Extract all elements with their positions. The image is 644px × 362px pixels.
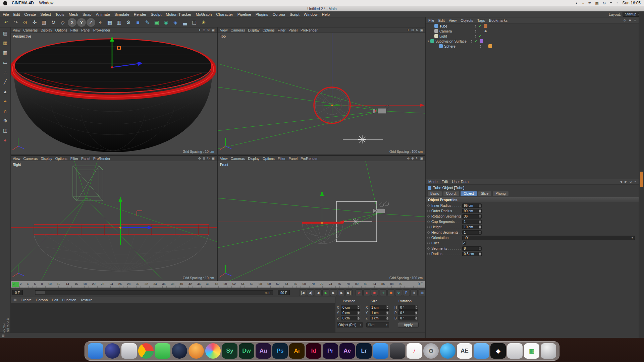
viewport-menu-item[interactable]: Display [248,157,259,161]
object-label[interactable]: Sphere [444,44,478,48]
app-menu-item[interactable]: Motion Tracker [166,12,191,16]
dock-keynote[interactable] [373,343,388,359]
rotation-field[interactable]: 0 ° [398,316,418,320]
app-menu-item[interactable]: MoGraph [196,12,212,16]
coordinate-mode-select[interactable]: Object (Rel) ▾ [337,322,363,327]
viewport-menu-item[interactable]: Cameras [23,157,38,161]
dock-app-black[interactable]: ◆ [490,343,506,359]
play-button[interactable]: ▶ [322,289,329,296]
workplane-mode-button[interactable]: ▭ [1,58,10,67]
app-menu-item[interactable]: Select [40,12,51,16]
camera-object-button[interactable]: ▢ [190,18,199,27]
viewport-menu-item[interactable]: Display [248,28,259,32]
object-manager-menu-item[interactable]: Objects [461,18,473,22]
viewport-menu-item[interactable]: ProRender [301,28,318,32]
live-selection-button[interactable]: ⊙ [21,18,30,27]
attribute-tab[interactable]: Basic [427,191,442,196]
position-field[interactable]: 0 cm [341,305,360,310]
object-row[interactable]: Sphere [426,44,639,49]
object-label[interactable]: Light [439,34,474,38]
record-options-button[interactable]: ◉ [371,289,378,296]
viewport-pan-icon[interactable]: ✛ [198,157,201,160]
dock-app-dark-blue[interactable] [172,343,187,359]
viewport-menu-item[interactable]: Options [55,157,67,161]
render-picture-viewer-button[interactable]: ▥ [115,18,123,27]
key-scale-toggle[interactable]: ▣ [387,289,394,296]
viewport-rotate-icon[interactable]: ↻ [416,28,418,32]
om-search-icon[interactable]: ⊙ [624,18,626,22]
start-frame-field[interactable]: 0 F [12,290,23,295]
viewport-menu-item[interactable]: Display [41,28,52,32]
attribute-value-field[interactable]: 8 [462,246,482,251]
goto-start-button[interactable]: |◀ [299,289,306,296]
attribute-value-field[interactable]: 95 cm [462,203,482,208]
attribute-value-field[interactable]: 10 cm [462,225,482,229]
x-axis-lock-button[interactable]: X [68,18,76,27]
object-manager-menu-item[interactable]: File [428,18,434,22]
viewport-zoom-icon[interactable]: ⊕ [203,28,205,32]
viewport-menu-item[interactable]: Filter [70,28,78,32]
object-label[interactable]: Camera [439,29,474,33]
panel-edge-scrollbar[interactable] [639,11,644,338]
stepper-arrows[interactable] [357,316,360,320]
viewport-menu-item[interactable]: Filter [278,28,285,32]
am-lock-icon[interactable]: ⊙ [629,180,632,183]
anim-dot-icon[interactable] [427,226,430,228]
viewport-pan-icon[interactable]: ✛ [407,28,409,32]
viewport-menu-item[interactable]: ProRender [301,157,318,161]
app-menu-item[interactable]: Animate [96,12,110,16]
stepper-arrows[interactable] [478,220,481,224]
menubar-icon-control-center[interactable]: ≡ [610,1,612,5]
model-mode-button[interactable]: ▦ [1,39,10,47]
make-editable-button[interactable]: ▤ [1,29,10,38]
stepper-arrows[interactable] [357,305,360,309]
material-manager-icon[interactable]: ▤ [13,298,16,302]
material-menu-item[interactable]: Edit [52,298,58,302]
attribute-value-field[interactable]: 99 cm [462,209,482,213]
key-position-toggle[interactable]: ✛ [380,289,387,296]
attribute-menu-item[interactable]: User Data [452,180,469,184]
anim-dot-icon[interactable] [427,221,430,223]
snap-toggle-button[interactable]: ∩ [1,107,10,115]
app-menu-item[interactable]: Plugins [256,12,268,16]
viewport-pan-icon[interactable]: ✛ [407,157,409,160]
enabled-check-icon[interactable]: ✓ [478,24,482,28]
stepper-arrows[interactable] [415,311,418,315]
texture-mode-button[interactable]: ▩ [1,48,10,57]
rotate-tool-button[interactable]: ↻ [49,18,58,27]
dock-chrome[interactable] [138,343,154,359]
viewport-menu-item[interactable]: View [13,157,20,161]
material-menu-item[interactable]: Corona [36,298,48,302]
timeline-ruler[interactable]: 0246810121416182022242628303234363840424… [11,281,425,288]
app-menu-item[interactable]: Pipeline [237,12,251,16]
menubar-icon-display[interactable]: ◐ [576,1,578,5]
dock-app-spreadsheet[interactable]: ▦ [524,343,539,359]
object-row[interactable]: ▾ Subdivision Surface ✓ [426,39,639,44]
attribute-tab[interactable]: Phong [492,191,508,196]
viewport-menu-item[interactable]: Panel [81,157,90,161]
goto-end-button[interactable]: ▶| [345,289,353,296]
attribute-value-field[interactable]: 0.3 cm [462,252,482,256]
dock-music[interactable]: ♪ [407,343,422,359]
stepper-arrows[interactable] [415,316,418,320]
right-canvas[interactable]: Right Grid Spacing : 10 cm [11,161,217,281]
size-field[interactable]: 1 cm [370,310,389,315]
axis-mode-button[interactable]: ⌖ [1,97,10,106]
edges-mode-button[interactable]: ╱ [1,77,10,86]
panel-handle-icon[interactable]: ▦ [2,334,5,337]
enabled-check-icon[interactable]: ✓ [474,39,478,43]
dock-system-preferences[interactable]: ⚙ [423,343,439,359]
perspective-canvas[interactable]: Perspective Grid Spacing : 10 cm [11,33,217,155]
viewport-zoom-icon[interactable]: ⊕ [411,28,414,32]
record-keyframe-button[interactable]: ⊘ [356,289,363,296]
orientation-select[interactable]: +Y ▾ [462,236,635,240]
menubar-icon-keyboard[interactable]: ▦ [595,1,599,5]
top-canvas[interactable]: Top Grid Spacing : 100 cm [218,33,425,155]
attribute-tab[interactable]: Slice [478,191,492,196]
object-row[interactable]: Camera ⊕ [426,28,639,34]
stepper-arrows[interactable] [478,225,481,229]
quantize-toggle-button[interactable]: ⊚ [1,116,10,125]
viewport-rotate-icon[interactable]: ↻ [416,157,418,160]
fields-button[interactable]: ◉ [162,18,170,27]
front-canvas[interactable]: Front Grid Spacing : 100 cm [218,161,425,281]
